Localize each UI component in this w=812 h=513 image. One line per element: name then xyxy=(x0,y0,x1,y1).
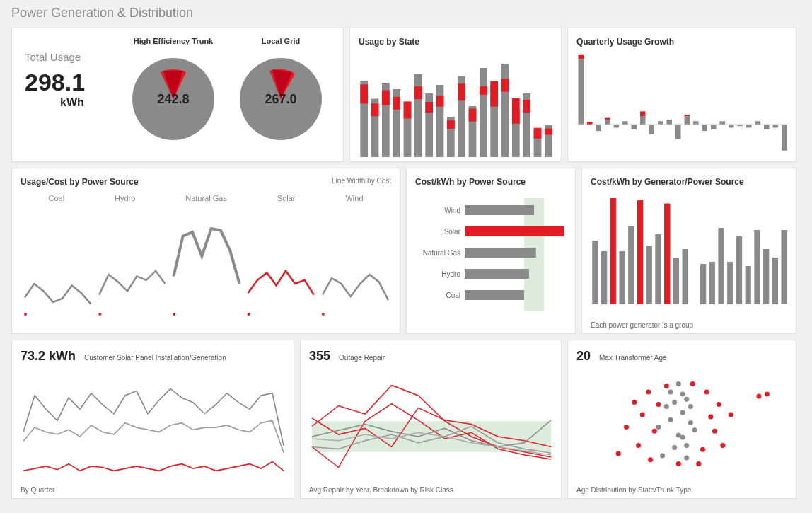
svg-point-127 xyxy=(624,425,629,430)
svg-rect-51 xyxy=(649,125,655,134)
svg-rect-49 xyxy=(640,116,646,125)
svg-point-138 xyxy=(720,443,725,448)
usage-cost-note: Line Width by Cost xyxy=(332,177,391,185)
card-total-usage: Total Usage 298.1 kWh High Efficiency Tr… xyxy=(11,28,344,162)
transformer-foot: Age Distribution by State/Trunk Type xyxy=(576,486,691,494)
svg-rect-50 xyxy=(640,111,646,116)
svg-rect-53 xyxy=(667,120,673,125)
source-labels: Coal Hydro Natural Gas Solar Wind xyxy=(23,194,388,202)
svg-point-120 xyxy=(656,425,661,430)
svg-point-133 xyxy=(656,402,661,407)
svg-point-121 xyxy=(672,445,677,450)
chart-transformer-age xyxy=(576,367,789,483)
svg-rect-9 xyxy=(393,97,400,110)
card-solar-install: 73.2 kWh Customer Solar Panel Installati… xyxy=(11,340,294,499)
gauge-2-label: Local Grid xyxy=(227,37,335,45)
svg-rect-94 xyxy=(673,258,679,304)
svg-point-123 xyxy=(688,404,693,409)
svg-point-119 xyxy=(692,427,697,432)
svg-rect-29 xyxy=(501,79,509,92)
svg-rect-93 xyxy=(664,204,670,305)
svg-rect-106 xyxy=(782,230,787,304)
card-quarterly-growth: Quarterly Usage Growth xyxy=(567,28,796,162)
total-usage-value: 298.1 xyxy=(25,69,120,96)
svg-point-141 xyxy=(765,392,770,397)
svg-rect-89 xyxy=(628,226,634,304)
svg-rect-55 xyxy=(685,116,690,125)
outage-kpi: 355 xyxy=(309,349,330,364)
svg-rect-54 xyxy=(675,125,681,139)
svg-rect-95 xyxy=(683,249,688,304)
svg-rect-42 xyxy=(587,122,593,124)
svg-point-114 xyxy=(680,392,685,397)
svg-rect-85 xyxy=(592,241,598,304)
svg-rect-15 xyxy=(425,102,433,113)
svg-rect-91 xyxy=(646,246,652,305)
svg-rect-59 xyxy=(711,125,717,129)
svg-point-144 xyxy=(717,402,721,407)
svg-point-71 xyxy=(173,313,175,316)
svg-text:Wind: Wind xyxy=(444,207,460,214)
svg-point-142 xyxy=(696,461,701,466)
svg-rect-98 xyxy=(709,262,715,304)
cost-gen-title: Cost/kWh by Generator/Power Source xyxy=(591,177,787,187)
svg-point-132 xyxy=(652,429,657,434)
svg-rect-17 xyxy=(436,96,444,107)
svg-rect-13 xyxy=(414,86,422,99)
svg-rect-64 xyxy=(755,121,761,125)
svg-rect-90 xyxy=(637,200,643,304)
card-usage-cost-source: Usage/Cost by Power Source Line Width by… xyxy=(11,168,400,334)
svg-rect-84 xyxy=(465,290,524,300)
svg-rect-16 xyxy=(436,85,444,157)
svg-point-131 xyxy=(648,457,653,462)
svg-rect-31 xyxy=(512,98,520,124)
svg-rect-101 xyxy=(736,236,742,304)
svg-rect-23 xyxy=(469,109,477,122)
svg-rect-25 xyxy=(480,86,487,95)
chart-usage-cost-source xyxy=(21,205,393,318)
svg-rect-11 xyxy=(404,101,412,118)
svg-rect-45 xyxy=(605,118,610,120)
svg-point-122 xyxy=(680,434,685,439)
svg-point-69 xyxy=(24,313,27,316)
row-3: 73.2 kWh Customer Solar Panel Installati… xyxy=(11,340,801,499)
svg-point-140 xyxy=(756,393,761,398)
svg-rect-46 xyxy=(614,125,620,128)
row-1: Total Usage 298.1 kWh High Efficiency Tr… xyxy=(11,28,801,162)
svg-point-117 xyxy=(676,381,681,386)
card-outage-repair: 355 Outage Repair Avg Repair by Year, Br… xyxy=(300,340,562,499)
solar-kpi: 73.2 kWh xyxy=(21,349,76,364)
svg-rect-39 xyxy=(579,59,584,125)
svg-rect-66 xyxy=(773,125,779,128)
svg-point-145 xyxy=(690,381,695,386)
svg-rect-24 xyxy=(480,68,487,157)
svg-point-108 xyxy=(660,454,665,459)
card-cost-kwh-source: Cost/kWh by Power Source WindSolarNatura… xyxy=(406,168,576,334)
outage-label: Outage Repair xyxy=(339,354,385,362)
svg-rect-60 xyxy=(720,121,726,125)
svg-rect-61 xyxy=(729,125,734,128)
svg-rect-3 xyxy=(360,84,368,103)
card-transformer-age: 20 Max Transformer Age Age Distribution … xyxy=(567,340,796,499)
usage-state-title: Usage by State xyxy=(359,37,552,47)
outage-foot: Avg Repair by Year, Breakdown by Risk Cl… xyxy=(309,486,453,494)
svg-rect-82 xyxy=(465,269,529,279)
svg-rect-97 xyxy=(700,264,706,304)
svg-text:Solar: Solar xyxy=(444,228,461,236)
svg-rect-27 xyxy=(490,81,498,107)
svg-rect-99 xyxy=(718,228,724,304)
svg-rect-37 xyxy=(545,129,552,135)
svg-rect-92 xyxy=(655,234,661,304)
svg-rect-88 xyxy=(619,251,625,304)
svg-text:Coal: Coal xyxy=(446,292,460,299)
svg-rect-57 xyxy=(693,121,699,125)
gauge-high-efficiency: 242.8 xyxy=(124,50,223,149)
cost-gen-foot: Each power generator is a group xyxy=(591,321,693,329)
svg-point-112 xyxy=(680,410,685,415)
svg-rect-56 xyxy=(685,115,690,116)
card-usage-by-state: Usage by State xyxy=(349,28,562,162)
svg-rect-105 xyxy=(772,258,778,304)
gauge-2-value: 267.0 xyxy=(265,92,296,107)
svg-rect-21 xyxy=(458,83,465,100)
svg-point-110 xyxy=(672,400,677,405)
